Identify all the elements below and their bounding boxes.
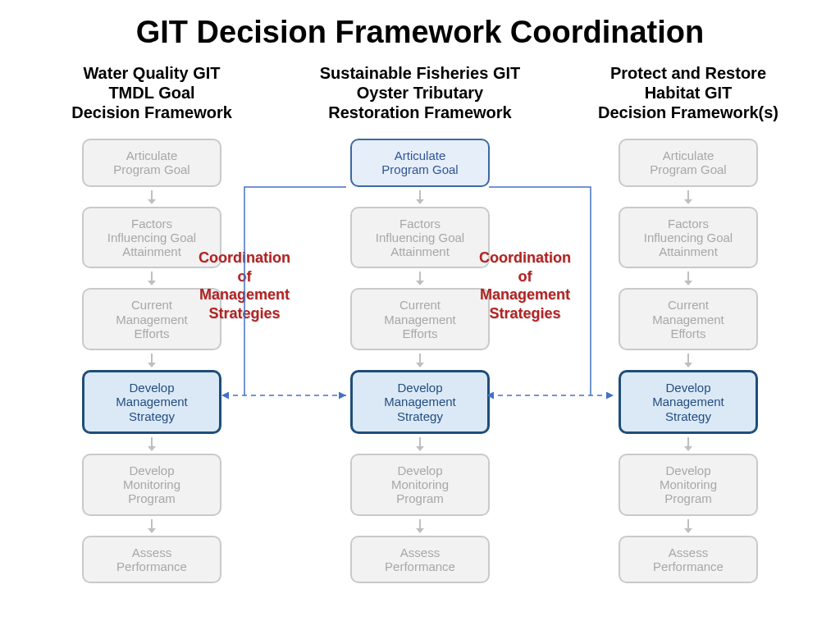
svg-marker-9 [148,528,156,533]
svg-marker-19 [416,528,424,533]
step-box: AssessPerformance [350,536,490,584]
svg-marker-17 [416,446,424,451]
step-box: AssessPerformance [619,536,758,584]
arrow-down-icon [682,268,695,288]
svg-marker-3 [148,281,156,285]
arrow-down-icon [145,268,158,288]
page-title: GIT Decision Framework Coordination [0,0,840,50]
arrow-down-icon [413,516,427,536]
step-box-highlighted: DevelopManagementStrategy [619,370,758,434]
coordination-label-left: CoordinationofManagementStrategies [187,249,302,322]
svg-marker-11 [416,199,424,204]
svg-marker-1 [148,199,156,204]
column-header: Water Quality GITTMDL GoalDecision Frame… [71,63,232,122]
arrow-down-icon [413,187,427,207]
arrow-down-icon [145,350,158,370]
svg-marker-13 [416,281,424,285]
step-box-highlighted: ArticulateProgram Goal [350,139,490,187]
step-box: DevelopMonitoringProgram [350,454,490,516]
step-box: CurrentManagementEfforts [619,288,758,350]
svg-marker-29 [684,528,692,533]
arrow-down-icon [145,434,158,454]
step-box: ArticulateProgram Goal [619,139,758,187]
arrow-down-icon [145,516,158,536]
step-box: ArticulateProgram Goal [82,139,221,187]
column-header: Sustainable Fisheries GITOyster Tributar… [320,63,521,122]
svg-marker-15 [416,363,424,368]
coordination-label-right: CoordinationofManagementStrategies [468,249,582,322]
step-box-highlighted: DevelopManagementStrategy [82,370,221,434]
arrow-down-icon [682,516,695,536]
arrow-down-icon [682,434,695,454]
step-box: AssessPerformance [82,536,221,584]
svg-marker-5 [148,363,156,368]
arrow-down-icon [413,268,427,288]
column-protect-restore: Protect and RestoreHabitat GITDecision F… [569,63,807,583]
step-box-highlighted: DevelopManagementStrategy [350,370,490,434]
arrow-down-icon [145,187,158,207]
svg-marker-25 [684,363,692,368]
svg-marker-21 [684,199,692,204]
svg-marker-27 [684,446,692,451]
columns-container: Water Quality GITTMDL GoalDecision Frame… [0,50,840,583]
arrow-down-icon [682,350,695,370]
arrow-down-icon [413,350,427,370]
arrow-down-icon [413,434,427,454]
column-header: Protect and RestoreHabitat GITDecision F… [598,63,778,122]
column-sustainable-fisheries: Sustainable Fisheries GITOyster Tributar… [301,63,539,583]
step-box: FactorsInfluencing GoalAttainment [619,207,758,269]
svg-marker-23 [684,281,692,285]
arrow-down-icon [682,187,695,207]
step-box: DevelopMonitoringProgram [82,454,221,516]
column-water-quality: Water Quality GITTMDL GoalDecision Frame… [33,63,271,583]
svg-marker-7 [148,446,156,451]
step-box: DevelopMonitoringProgram [619,454,758,516]
